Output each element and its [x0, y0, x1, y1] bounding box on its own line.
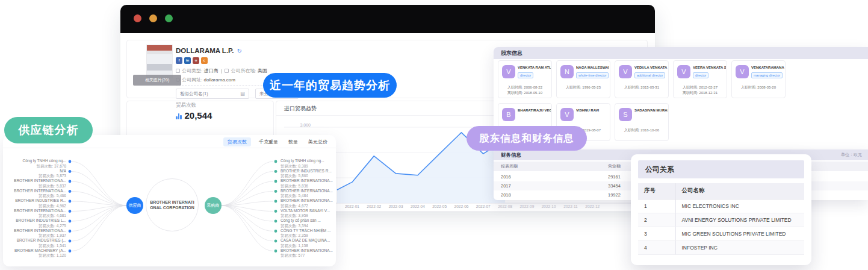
company-type-icon: [176, 69, 180, 73]
shareholder-panel-title: 股东信息: [494, 47, 868, 59]
relations-row[interactable]: 1MIC ELECTRONICS INC: [638, 199, 804, 213]
shareholder-dates: 入职时间: 2012-02-27离职时间: 2018-12-31: [674, 85, 727, 96]
product-image[interactable]: [146, 45, 173, 78]
x-tick-label: 2022-04: [406, 204, 430, 209]
shareholder-dates: 入职时间: 2015-03-31: [615, 85, 668, 90]
screenshot-stage: 相关图片(20) DOLLARAMA L.P.↻ finoc 公司类型: 进口商…: [0, 0, 868, 270]
x-tick-label: 2022-01: [340, 204, 364, 209]
supplier-item[interactable]: BROTHER INTERNATIONA...贸易次数: 5,466: [3, 189, 66, 199]
company-name: DOLLARAMA L.P.↻: [176, 47, 242, 54]
supply-chain-badge: 供应链分析: [4, 117, 93, 143]
financial-panel-title: 财务信息: [501, 149, 521, 160]
shareholder-name: BHARATIRAJU VEGIRAJU: [518, 108, 551, 112]
shareholder-dates: 入职时间: 2006-08-22离职时间: 2018-05-10: [498, 85, 551, 96]
supplier-item[interactable]: BROTHER MACHINERY (A...贸易次数: 1,120: [3, 248, 66, 259]
refresh-icon[interactable]: ↻: [237, 48, 241, 54]
company-website-link[interactable]: dollarama.com: [203, 77, 235, 83]
supplier-item[interactable]: BROTHER INDUSTRIES L...贸易次数: 4,275: [3, 218, 66, 228]
trade-count-row: 20,544: [176, 110, 212, 121]
buyer-item[interactable]: BROTHER INTERNATIONA...贸易次数: 5,836: [281, 178, 338, 189]
financial-unit-label: 单位：欧元: [841, 149, 862, 160]
role-badge: additional director: [634, 72, 665, 78]
minimize-window-icon[interactable]: [149, 14, 157, 22]
buyer-item[interactable]: VOLTA MOTOR SANAYİ V...贸易次数: 3,959: [281, 209, 338, 219]
metric-tabs: 贸易次数千克重量数量美元总价: [223, 137, 330, 146]
buyer-item[interactable]: BROTHER INDUSTRIES R...贸易次数: 5,860: [281, 169, 338, 179]
supplier-item[interactable]: Công ty TNHH công ng...贸易次数: 37,678: [3, 159, 66, 169]
shareholder-finance-badge: 股东信息和财务信息: [467, 126, 587, 151]
x-tick-label: 2022-07: [471, 204, 495, 209]
supply-chain-panel: 贸易次数千克重量数量美元总价 Công ty TNHH công ng...贸易…: [3, 135, 336, 266]
supplier-item[interactable]: BROTHER INTERNATIONA...贸易次数: 5,837: [3, 178, 66, 189]
tab-千克重量[interactable]: 千克重量: [256, 137, 281, 146]
shareholder-card[interactable]: VVENKATARAMANA MAG...managing director入职…: [731, 60, 786, 98]
trade-count-value: 20,544: [185, 110, 212, 121]
supplier-item[interactable]: BROTHER INTERNATIONA...贸易次数: 4,681: [3, 209, 66, 219]
company-relations-table: 序号 公司名称 1MIC ELECTRONICS INC2AVNI ENERGY…: [638, 183, 804, 255]
buyer-item[interactable]: CASA DIAZ DE MAQUINA...贸易次数: 1,158: [281, 238, 338, 248]
supplier-item[interactable]: N/A贸易次数: 5,873: [3, 169, 66, 179]
supplier-item[interactable]: BROTHER INDUSTRIES R...贸易次数: 4,962: [3, 198, 66, 209]
buyer-item[interactable]: BROTHER INTERNATIONA...贸易次数: 4,672: [281, 198, 338, 209]
x-tick-label: 2022-10: [537, 204, 561, 209]
company-relations-panel: 公司关系 序号 公司名称 1MIC ELECTRONICS INC2AVNI E…: [631, 154, 811, 265]
shareholder-name: SADASIVAN MURALIKR...: [634, 108, 668, 112]
similar-company-dropdown[interactable]: 相似公司名(1)▤: [176, 89, 249, 99]
shareholder-card[interactable]: SSADASIVAN MURALIKR...入职时间: 2016-10-06: [615, 103, 669, 141]
instagram-icon[interactable]: o: [193, 57, 199, 64]
role-badge: director: [693, 72, 708, 78]
avatar: N: [560, 65, 574, 78]
tab-数量[interactable]: 数量: [286, 137, 300, 146]
supplier-item[interactable]: BROTHER INDUSTRIES (...贸易次数: 1,541: [3, 238, 66, 248]
shareholder-name: VENKATA RAM ATLURI: [518, 66, 551, 69]
related-images-caption[interactable]: 相关图片(20): [133, 75, 181, 86]
avatar: V: [736, 65, 749, 78]
trade-trend-badge: 近一年的贸易趋势分析: [263, 73, 397, 98]
shareholder-dates: 入职时间: 1996-05-25: [557, 85, 610, 90]
supplier-item[interactable]: BROTHER INTERNATIONA...贸易次数: 1,937: [3, 228, 66, 239]
buyer-node[interactable]: 采购商: [205, 197, 222, 214]
shareholder-card[interactable]: VVEERA VENKATA SATYA...director入职时间: 201…: [673, 60, 727, 98]
buyer-item[interactable]: BROTHER INTERNATIONA...贸易次数: 577: [281, 248, 338, 259]
x-tick-label: 2022-11: [559, 204, 583, 209]
phone-icon[interactable]: c: [201, 57, 208, 64]
buyer-item[interactable]: Công ty TNHH công ng...贸易次数: 8,389: [281, 159, 338, 169]
company-website-row: 公司网址: dollarama.com: [176, 77, 235, 83]
relations-row[interactable]: 4INFOSTEP INC: [638, 240, 804, 254]
avatar: V: [677, 65, 690, 78]
shareholder-card[interactable]: VVENKATA RAM ATLURIdirector入职时间: 2006-08…: [498, 60, 552, 98]
tab-贸易次数[interactable]: 贸易次数: [223, 137, 251, 146]
avatar: V: [619, 65, 632, 78]
location-icon: [225, 69, 229, 73]
y-axis-tick-label: 3,000: [293, 123, 311, 127]
buyer-item[interactable]: CÔNG TY TRÁCH NHIỆM ...贸易次数: 2,359: [281, 228, 338, 239]
supplier-node[interactable]: 供应商: [126, 197, 143, 214]
shareholder-dates: 入职时间: 2016-10-06: [615, 128, 668, 133]
role-badge: managing director: [751, 72, 783, 78]
trade-count-label: 贸易次数: [176, 102, 196, 109]
role-badge: whole-time director: [576, 72, 609, 78]
facebook-icon[interactable]: f: [176, 57, 182, 64]
center-company-node[interactable]: BROTHER INTERNATIONAL CORPORATION: [146, 178, 199, 231]
close-window-icon[interactable]: [134, 14, 141, 22]
avatar: V: [560, 108, 574, 121]
role-badge: director: [518, 72, 533, 78]
relations-header-index: 序号: [638, 183, 675, 199]
shareholder-card[interactable]: NNAGA MALLESWARA R...whole-time director…: [556, 60, 610, 98]
buyer-item[interactable]: BROTHER INTERNATIONA...贸易次数: 5,484: [281, 189, 338, 199]
trend-chart-title: 进口贸易趋势: [284, 105, 317, 113]
tab-美元总价[interactable]: 美元总价: [306, 137, 330, 146]
buyer-item[interactable]: Công ty cổ phần sản ...贸易次数: 3,394: [281, 218, 338, 228]
shareholder-card[interactable]: VVEDULA VENKATA RAM...additional directo…: [615, 60, 669, 98]
x-tick-label: 2022-02: [362, 204, 386, 209]
relations-row[interactable]: 3MIC GREEN SOLUTIONS PRIVATE LIMITED: [638, 227, 804, 240]
bar-chart-icon: [176, 114, 182, 121]
linkedin-icon[interactable]: in: [184, 57, 191, 64]
shareholder-name: VENKATARAMANA MAG...: [751, 66, 784, 69]
avatar: V: [502, 65, 515, 78]
relations-row[interactable]: 2AVNI ENERGY SOLUTIONS PRIVATE LIMITED: [638, 213, 804, 227]
company-meta-row: 公司类型: 进口商 | 公司所在地: 美国: [176, 68, 267, 74]
maximize-window-icon[interactable]: [165, 14, 173, 22]
avatar: B: [502, 108, 515, 121]
avatar: S: [619, 108, 632, 121]
